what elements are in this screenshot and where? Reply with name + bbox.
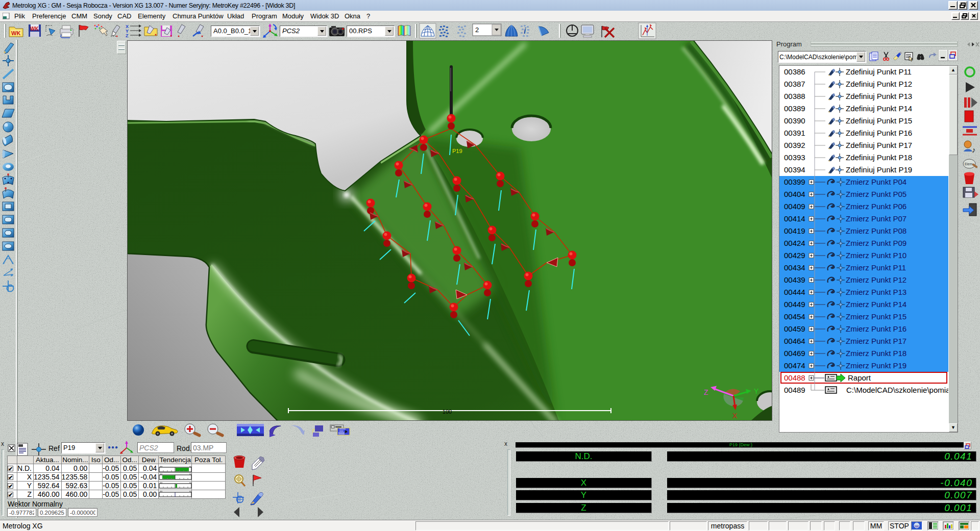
svg-text:WK: WK [30, 26, 39, 32]
svg-text:Y: Y [754, 387, 759, 395]
svg-text:P19: P19 [452, 148, 462, 154]
svg-text:X: X [732, 412, 738, 420]
svg-text:♪: ♪ [972, 145, 976, 154]
svg-text:2: 2 [475, 26, 479, 34]
svg-text:WK: WK [11, 30, 20, 36]
svg-text:100: 100 [443, 409, 452, 415]
svg-text:i: i [524, 27, 526, 35]
svg-text:Elem: Elem [965, 162, 972, 166]
svg-text:Z: Z [704, 388, 708, 396]
svg-text:Z: Z [126, 33, 129, 38]
